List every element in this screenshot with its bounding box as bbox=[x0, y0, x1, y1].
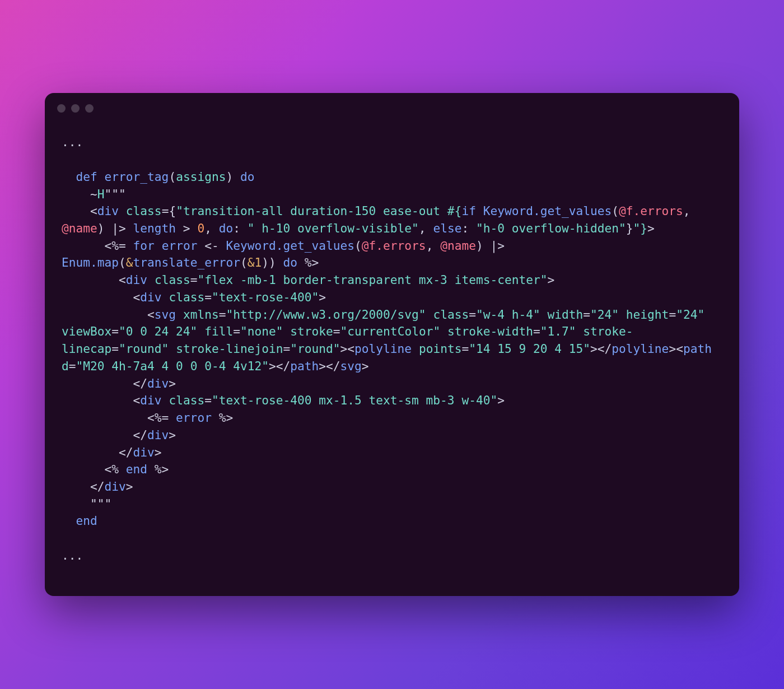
code-token: > bbox=[362, 359, 369, 373]
code-token: = bbox=[233, 324, 240, 338]
code-token: > bbox=[176, 221, 197, 235]
code-token: """ bbox=[105, 187, 126, 201]
code-token: do bbox=[240, 170, 255, 184]
code-token: "h-0 overflow-hidden" bbox=[476, 221, 626, 235]
code-token: = bbox=[190, 273, 198, 287]
code-token: 0 bbox=[197, 221, 204, 235]
code-token: "text-rose-400" bbox=[212, 290, 319, 304]
code-token: class bbox=[433, 308, 469, 322]
code-token: = bbox=[204, 393, 212, 407]
code-token: > bbox=[547, 273, 554, 287]
code-token: def bbox=[76, 170, 97, 184]
code-token: end bbox=[76, 514, 97, 528]
code-token: < bbox=[62, 273, 126, 287]
code-token: = bbox=[219, 308, 226, 322]
code-token: < bbox=[62, 204, 97, 218]
code-token bbox=[62, 170, 76, 184]
code-token: Keyword.get_values bbox=[483, 204, 612, 218]
code-token: "http://www.w3.org/2000/svg" bbox=[226, 308, 426, 322]
code-token: </ bbox=[62, 376, 147, 390]
code-token: height bbox=[626, 308, 669, 322]
code-token: = bbox=[669, 308, 676, 322]
code-token: > bbox=[169, 428, 176, 442]
code-token: "w-4 h-4" bbox=[476, 308, 540, 322]
code-token: else bbox=[433, 221, 461, 235]
code-token: > bbox=[169, 376, 176, 390]
code-token: path bbox=[290, 359, 319, 373]
code-block[interactable]: ... def error_tag(assigns) do ~H""" <div… bbox=[45, 117, 739, 595]
code-token: "transition-all duration-150 ease-out #{ bbox=[176, 204, 461, 218]
code-token: @name bbox=[62, 221, 97, 235]
code-token: ></ bbox=[269, 359, 290, 373]
code-token bbox=[97, 170, 105, 184]
code-token bbox=[169, 342, 176, 356]
code-token: error bbox=[176, 411, 212, 425]
code-token: ( bbox=[119, 255, 126, 269]
code-token: "24" bbox=[676, 308, 704, 322]
code-token: "24" bbox=[590, 308, 619, 322]
traffic-light-close[interactable] bbox=[57, 104, 66, 113]
code-token: ( bbox=[612, 204, 619, 218]
code-token: do bbox=[283, 255, 298, 269]
code-token: length bbox=[133, 221, 176, 235]
code-token: ) |> bbox=[476, 239, 512, 253]
code-token: error bbox=[162, 239, 198, 253]
code-token: %> bbox=[147, 462, 169, 476]
code-token bbox=[197, 324, 204, 338]
code-token bbox=[62, 514, 76, 528]
code-token bbox=[440, 324, 447, 338]
code-token: translate_error bbox=[133, 255, 240, 269]
code-token: >< bbox=[340, 342, 355, 356]
traffic-light-zoom[interactable] bbox=[85, 104, 94, 113]
code-token: } bbox=[626, 221, 633, 235]
code-token: = bbox=[69, 359, 76, 373]
code-token: , bbox=[204, 221, 219, 235]
code-token bbox=[476, 204, 483, 218]
code-token: " h-10 overflow-visible" bbox=[248, 221, 419, 235]
code-token: xmlns bbox=[183, 308, 219, 322]
code-token: viewBox bbox=[62, 324, 111, 338]
traffic-light-minimize[interactable] bbox=[71, 104, 80, 113]
code-token: = bbox=[111, 342, 119, 356]
code-token: ) bbox=[226, 170, 240, 184]
code-token: ={ bbox=[162, 204, 176, 218]
code-token: ) |> bbox=[97, 221, 133, 235]
code-token: div bbox=[147, 376, 169, 390]
code-token: width bbox=[548, 308, 584, 322]
code-token: = bbox=[204, 290, 212, 304]
code-token: ( bbox=[354, 239, 362, 253]
code-token: "1.7" bbox=[540, 324, 576, 338]
code-token: Keyword.get_values bbox=[226, 239, 354, 253]
code-token: "round" bbox=[119, 342, 169, 356]
code-token: )) bbox=[262, 255, 283, 269]
code-token: "text-rose-400 mx-1.5 text-sm mb-3 w-40" bbox=[212, 393, 497, 407]
code-token: : bbox=[461, 221, 476, 235]
code-token: = bbox=[533, 324, 540, 338]
code-token: %> bbox=[297, 255, 319, 269]
code-token bbox=[283, 324, 291, 338]
code-token: d bbox=[62, 359, 69, 373]
code-token: div bbox=[97, 204, 119, 218]
code-token: , bbox=[683, 204, 698, 218]
code-token: "none" bbox=[240, 324, 283, 338]
code-token: assigns bbox=[176, 170, 226, 184]
code-token: < bbox=[62, 290, 140, 304]
code-token: @f.errors bbox=[362, 239, 426, 253]
code-token: <%= bbox=[62, 239, 133, 253]
code-token: div bbox=[126, 273, 147, 287]
code-token bbox=[147, 273, 155, 287]
code-token bbox=[155, 239, 162, 253]
code-token: < bbox=[62, 308, 155, 322]
code-token bbox=[162, 393, 169, 407]
code-window: ... def error_tag(assigns) do ~H""" <div… bbox=[45, 93, 739, 595]
code-token: class bbox=[126, 204, 162, 218]
code-token: = bbox=[111, 324, 119, 338]
code-token: svg bbox=[340, 359, 362, 373]
code-token: div bbox=[140, 290, 161, 304]
code-token: points bbox=[419, 342, 462, 356]
code-token: fill bbox=[204, 324, 233, 338]
code-token bbox=[540, 308, 548, 322]
code-token bbox=[576, 324, 584, 338]
code-token bbox=[704, 308, 712, 322]
code-token: div bbox=[105, 479, 126, 494]
